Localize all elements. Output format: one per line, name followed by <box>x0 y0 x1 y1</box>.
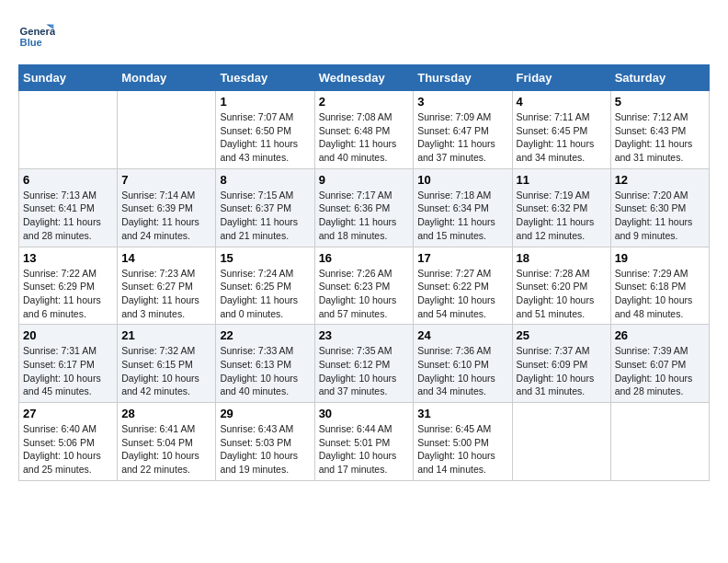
day-number: 3 <box>417 95 507 109</box>
calendar-week-5: 27Sunrise: 6:40 AMSunset: 5:06 PMDayligh… <box>19 403 710 481</box>
calendar-cell: 13Sunrise: 7:22 AMSunset: 6:29 PMDayligh… <box>19 247 118 325</box>
day-number: 21 <box>121 328 211 342</box>
calendar-cell: 18Sunrise: 7:28 AMSunset: 6:20 PMDayligh… <box>512 247 610 325</box>
day-info: Sunrise: 7:32 AMSunset: 6:15 PMDaylight:… <box>121 344 211 398</box>
day-info: Sunrise: 7:27 AMSunset: 6:22 PMDaylight:… <box>417 267 507 321</box>
calendar-week-1: 1Sunrise: 7:07 AMSunset: 6:50 PMDaylight… <box>19 91 710 169</box>
day-number: 5 <box>615 95 705 109</box>
logo: General Blue <box>18 18 60 55</box>
calendar-cell: 8Sunrise: 7:15 AMSunset: 6:37 PMDaylight… <box>216 168 314 247</box>
day-info: Sunrise: 7:26 AMSunset: 6:23 PMDaylight:… <box>319 267 410 321</box>
calendar-cell: 7Sunrise: 7:14 AMSunset: 6:39 PMDaylight… <box>118 168 216 247</box>
column-header-tuesday: Tuesday <box>216 65 314 91</box>
day-info: Sunrise: 7:29 AMSunset: 6:18 PMDaylight:… <box>615 267 705 321</box>
day-info: Sunrise: 7:31 AMSunset: 6:17 PMDaylight:… <box>23 344 113 398</box>
day-number: 30 <box>319 407 410 420</box>
calendar-cell: 9Sunrise: 7:17 AMSunset: 6:36 PMDaylight… <box>314 168 414 247</box>
day-info: Sunrise: 7:23 AMSunset: 6:27 PMDaylight:… <box>121 267 211 321</box>
calendar-week-3: 13Sunrise: 7:22 AMSunset: 6:29 PMDayligh… <box>19 247 710 325</box>
calendar-header: SundayMondayTuesdayWednesdayThursdayFrid… <box>19 65 710 91</box>
calendar-cell: 17Sunrise: 7:27 AMSunset: 6:22 PMDayligh… <box>414 247 512 325</box>
day-number: 18 <box>517 251 607 265</box>
day-info: Sunrise: 7:37 AMSunset: 6:09 PMDaylight:… <box>517 344 607 398</box>
day-info: Sunrise: 7:35 AMSunset: 6:12 PMDaylight:… <box>319 344 410 398</box>
column-header-wednesday: Wednesday <box>314 65 414 91</box>
day-info: Sunrise: 6:40 AMSunset: 5:06 PMDaylight:… <box>23 422 113 477</box>
day-number: 23 <box>319 328 410 342</box>
day-info: Sunrise: 7:39 AMSunset: 6:07 PMDaylight:… <box>615 344 705 398</box>
calendar-cell: 21Sunrise: 7:32 AMSunset: 6:15 PMDayligh… <box>118 325 216 403</box>
calendar-cell: 27Sunrise: 6:40 AMSunset: 5:06 PMDayligh… <box>19 403 118 481</box>
calendar-cell: 5Sunrise: 7:12 AMSunset: 6:43 PMDaylight… <box>610 91 709 169</box>
day-number: 29 <box>220 407 310 420</box>
day-info: Sunrise: 7:36 AMSunset: 6:10 PMDaylight:… <box>417 344 507 398</box>
day-info: Sunrise: 6:45 AMSunset: 5:00 PMDaylight:… <box>417 422 507 477</box>
column-header-sunday: Sunday <box>19 65 118 91</box>
column-header-monday: Monday <box>118 65 216 91</box>
column-header-thursday: Thursday <box>414 65 512 91</box>
calendar-week-4: 20Sunrise: 7:31 AMSunset: 6:17 PMDayligh… <box>19 325 710 403</box>
calendar-cell: 4Sunrise: 7:11 AMSunset: 6:45 PMDaylight… <box>512 91 610 169</box>
day-info: Sunrise: 7:18 AMSunset: 6:34 PMDaylight:… <box>417 189 507 243</box>
calendar-cell: 12Sunrise: 7:20 AMSunset: 6:30 PMDayligh… <box>610 168 709 247</box>
calendar-cell <box>118 91 216 169</box>
day-number: 19 <box>615 251 705 265</box>
calendar-cell: 20Sunrise: 7:31 AMSunset: 6:17 PMDayligh… <box>19 325 118 403</box>
day-number: 2 <box>319 95 410 109</box>
calendar-cell: 19Sunrise: 7:29 AMSunset: 6:18 PMDayligh… <box>610 247 709 325</box>
calendar-cell: 23Sunrise: 7:35 AMSunset: 6:12 PMDayligh… <box>314 325 414 403</box>
day-info: Sunrise: 7:28 AMSunset: 6:20 PMDaylight:… <box>517 267 607 321</box>
day-number: 13 <box>23 251 113 265</box>
day-info: Sunrise: 7:08 AMSunset: 6:48 PMDaylight:… <box>319 110 410 165</box>
calendar-cell: 3Sunrise: 7:09 AMSunset: 6:47 PMDaylight… <box>414 91 512 169</box>
calendar-cell: 6Sunrise: 7:13 AMSunset: 6:41 PMDaylight… <box>19 168 118 247</box>
calendar-cell <box>610 403 709 481</box>
day-number: 24 <box>417 328 507 342</box>
svg-text:Blue: Blue <box>20 37 42 48</box>
day-info: Sunrise: 7:20 AMSunset: 6:30 PMDaylight:… <box>615 189 705 243</box>
calendar-cell: 10Sunrise: 7:18 AMSunset: 6:34 PMDayligh… <box>414 168 512 247</box>
day-info: Sunrise: 7:11 AMSunset: 6:45 PMDaylight:… <box>517 110 607 165</box>
calendar-cell: 28Sunrise: 6:41 AMSunset: 5:04 PMDayligh… <box>118 403 216 481</box>
day-info: Sunrise: 7:07 AMSunset: 6:50 PMDaylight:… <box>220 110 310 165</box>
day-number: 15 <box>220 251 310 265</box>
calendar-cell: 26Sunrise: 7:39 AMSunset: 6:07 PMDayligh… <box>610 325 709 403</box>
column-header-friday: Friday <box>512 65 610 91</box>
day-number: 11 <box>517 173 607 187</box>
calendar-cell: 14Sunrise: 7:23 AMSunset: 6:27 PMDayligh… <box>118 247 216 325</box>
day-info: Sunrise: 7:17 AMSunset: 6:36 PMDaylight:… <box>319 189 410 243</box>
day-number: 17 <box>417 251 507 265</box>
day-number: 22 <box>220 328 310 342</box>
day-number: 6 <box>23 173 113 187</box>
day-info: Sunrise: 6:44 AMSunset: 5:01 PMDaylight:… <box>319 422 410 477</box>
day-number: 28 <box>121 407 211 420</box>
calendar-cell: 25Sunrise: 7:37 AMSunset: 6:09 PMDayligh… <box>512 325 610 403</box>
calendar-cell <box>512 403 610 481</box>
day-info: Sunrise: 7:09 AMSunset: 6:47 PMDaylight:… <box>417 110 507 165</box>
day-info: Sunrise: 7:22 AMSunset: 6:29 PMDaylight:… <box>23 267 113 321</box>
day-number: 4 <box>517 95 607 109</box>
calendar-cell: 22Sunrise: 7:33 AMSunset: 6:13 PMDayligh… <box>216 325 314 403</box>
day-number: 16 <box>319 251 410 265</box>
day-number: 27 <box>23 407 113 420</box>
day-number: 31 <box>417 407 507 420</box>
day-number: 7 <box>121 173 211 187</box>
calendar-cell: 15Sunrise: 7:24 AMSunset: 6:25 PMDayligh… <box>216 247 314 325</box>
calendar-cell <box>19 91 118 169</box>
day-info: Sunrise: 7:19 AMSunset: 6:32 PMDaylight:… <box>517 189 607 243</box>
calendar-cell: 29Sunrise: 6:43 AMSunset: 5:03 PMDayligh… <box>216 403 314 481</box>
day-number: 25 <box>517 328 607 342</box>
day-info: Sunrise: 7:12 AMSunset: 6:43 PMDaylight:… <box>615 110 705 165</box>
day-info: Sunrise: 6:43 AMSunset: 5:03 PMDaylight:… <box>220 422 310 477</box>
day-number: 12 <box>615 173 705 187</box>
svg-text:General: General <box>20 26 55 37</box>
day-number: 9 <box>319 173 410 187</box>
calendar-week-2: 6Sunrise: 7:13 AMSunset: 6:41 PMDaylight… <box>19 168 710 247</box>
calendar-cell: 16Sunrise: 7:26 AMSunset: 6:23 PMDayligh… <box>314 247 414 325</box>
day-number: 14 <box>121 251 211 265</box>
calendar-cell: 1Sunrise: 7:07 AMSunset: 6:50 PMDaylight… <box>216 91 314 169</box>
day-number: 20 <box>23 328 113 342</box>
calendar-cell: 11Sunrise: 7:19 AMSunset: 6:32 PMDayligh… <box>512 168 610 247</box>
calendar-cell: 2Sunrise: 7:08 AMSunset: 6:48 PMDaylight… <box>314 91 414 169</box>
calendar-cell: 30Sunrise: 6:44 AMSunset: 5:01 PMDayligh… <box>314 403 414 481</box>
